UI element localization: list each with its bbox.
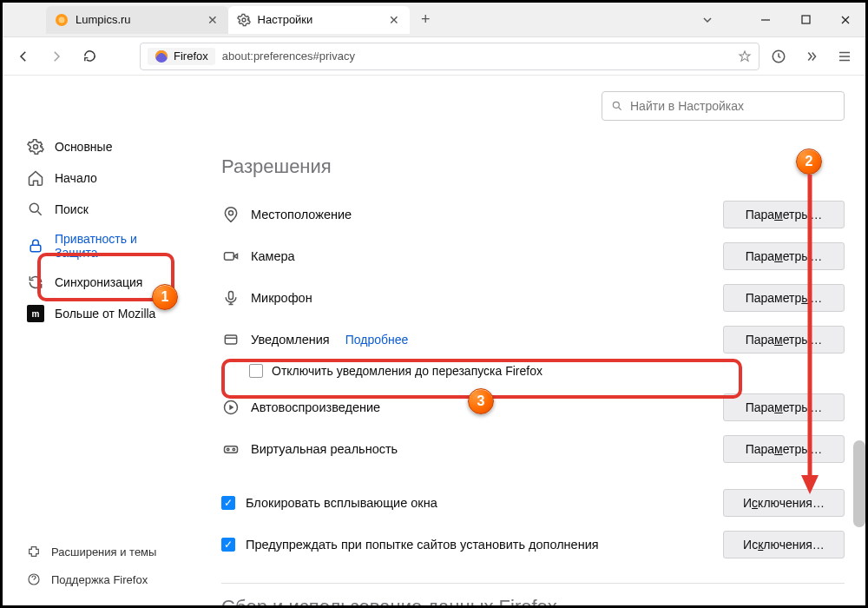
svg-rect-24 bbox=[225, 335, 236, 344]
sync-icon bbox=[27, 274, 44, 291]
permissions-heading: Разрешения bbox=[221, 155, 845, 178]
lock-icon bbox=[27, 237, 44, 254]
sidebar-item-sync[interactable]: Синхронизация bbox=[3, 267, 204, 298]
params-button-notifications[interactable]: Параметры… bbox=[723, 326, 845, 354]
sidebar-bottom-label: Поддержка Firefox bbox=[51, 573, 148, 586]
tab-strip: Lumpics.ru ✕ Настройки ✕ + bbox=[3, 3, 437, 36]
sidebar-item-label: Начало bbox=[55, 171, 97, 185]
notifications-more-link[interactable]: Подробнее bbox=[345, 333, 409, 347]
sidebar-item-label: Больше от Mozilla bbox=[55, 307, 155, 321]
microphone-icon bbox=[221, 288, 240, 307]
sidebar-item-label: Поиск bbox=[55, 202, 89, 216]
perm-microphone: Микрофон Параметры… bbox=[221, 277, 845, 319]
new-tab-button[interactable]: + bbox=[413, 8, 437, 32]
popups-checkbox[interactable] bbox=[221, 496, 235, 510]
notifications-disable-row: Отключить уведомления до перезапуска Fir… bbox=[221, 360, 845, 387]
perm-location: Местоположение Параметры… bbox=[221, 194, 845, 235]
identity-box[interactable]: Firefox bbox=[148, 48, 215, 65]
close-icon[interactable]: ✕ bbox=[206, 13, 220, 27]
notifications-disable-label: Отключить уведомления до перезапуска Fir… bbox=[272, 364, 542, 378]
location-icon bbox=[221, 205, 240, 224]
bookmark-star-icon[interactable] bbox=[738, 50, 752, 63]
perm-label: Предупреждать при попытке сайтов установ… bbox=[246, 538, 599, 552]
camera-icon bbox=[221, 247, 240, 266]
section-divider bbox=[221, 583, 845, 584]
perm-camera: Камера Параметры… bbox=[221, 235, 845, 277]
collection-heading: Сбор и использование данных Firefox bbox=[221, 596, 845, 605]
appmenu-button[interactable] bbox=[831, 43, 858, 70]
perm-autoplay: Автовоспроизведение Параметры… bbox=[221, 387, 845, 428]
sidebar-item-privacy[interactable]: Приватность и Защита bbox=[3, 225, 204, 267]
sidebar-bottom-label: Расширения и темы bbox=[51, 545, 156, 558]
sidebar-item-search[interactable]: Поиск bbox=[3, 194, 204, 225]
prefs-main: Найти в Настройках Разрешения Местополож… bbox=[204, 76, 865, 605]
params-button-camera[interactable]: Параметры… bbox=[723, 242, 845, 270]
svg-point-1 bbox=[59, 17, 65, 23]
close-window-button[interactable] bbox=[825, 3, 865, 37]
svg-point-28 bbox=[227, 448, 229, 451]
tabs-dropdown-icon[interactable] bbox=[695, 8, 720, 32]
preferences-content: Основные Начало Поиск Приватность и Защи… bbox=[3, 76, 865, 605]
params-button-vr[interactable]: Параметры… bbox=[723, 435, 845, 463]
maximize-button[interactable] bbox=[786, 3, 825, 37]
params-button-microphone[interactable]: Параметры… bbox=[723, 284, 845, 312]
autoplay-icon bbox=[221, 398, 240, 417]
tab-lumpics[interactable]: Lumpics.ru ✕ bbox=[46, 6, 228, 34]
history-button[interactable] bbox=[765, 43, 792, 70]
params-button-location[interactable]: Параметры… bbox=[723, 201, 845, 228]
search-icon bbox=[611, 100, 623, 112]
sidebar-item-general[interactable]: Основные bbox=[3, 131, 204, 162]
perm-label: Автовоспроизведение bbox=[251, 400, 380, 414]
scrollbar-thumb[interactable] bbox=[853, 440, 865, 527]
exceptions-button-addons[interactable]: Исключения… bbox=[723, 531, 845, 558]
close-icon[interactable]: ✕ bbox=[387, 13, 401, 27]
svg-rect-22 bbox=[225, 253, 234, 260]
reload-button[interactable] bbox=[76, 43, 103, 70]
perm-label: Уведомления bbox=[251, 333, 330, 347]
perm-label: Блокировать всплывающие окна bbox=[246, 496, 437, 510]
svg-line-20 bbox=[619, 108, 621, 110]
sidebar-item-home[interactable]: Начало bbox=[3, 162, 204, 194]
sidebar-item-mozilla[interactable]: m Больше от Mozilla bbox=[3, 298, 204, 329]
svg-text:m: m bbox=[32, 309, 40, 319]
notification-icon bbox=[221, 330, 240, 349]
identity-label: Firefox bbox=[174, 50, 208, 63]
mozilla-icon: m bbox=[27, 305, 44, 322]
svg-line-14 bbox=[38, 212, 42, 215]
addons-warn-checkbox[interactable] bbox=[221, 538, 235, 552]
sidebar-support[interactable]: Поддержка Firefox bbox=[3, 565, 204, 593]
tab-label: Настройки bbox=[258, 13, 313, 26]
url-bar[interactable]: Firefox about:preferences#privacy bbox=[140, 43, 760, 70]
search-icon bbox=[27, 201, 44, 218]
perm-label: Камера bbox=[251, 249, 295, 263]
back-button[interactable] bbox=[10, 43, 37, 70]
svg-point-13 bbox=[30, 203, 38, 212]
forward-button[interactable] bbox=[43, 43, 70, 70]
svg-point-2 bbox=[242, 18, 246, 22]
params-button-autoplay[interactable]: Параметры… bbox=[723, 393, 845, 421]
svg-rect-4 bbox=[802, 16, 810, 23]
notifications-disable-checkbox[interactable] bbox=[249, 364, 263, 378]
sidebar-extensions[interactable]: Расширения и темы bbox=[3, 538, 204, 565]
svg-point-29 bbox=[233, 448, 235, 451]
search-placeholder: Найти в Настройках bbox=[630, 99, 744, 113]
minimize-button[interactable] bbox=[746, 3, 786, 37]
perm-notifications: Уведомления Подробнее Параметры… bbox=[221, 319, 845, 360]
nav-toolbar: Firefox about:preferences#privacy bbox=[3, 37, 865, 76]
settings-search-input[interactable]: Найти в Настройках bbox=[602, 91, 845, 121]
firefox-icon bbox=[155, 50, 168, 63]
perm-label: Виртуальная реальность bbox=[251, 442, 398, 456]
puzzle-icon bbox=[27, 545, 41, 558]
sidebar-item-label: Приватность и Защита bbox=[55, 232, 159, 260]
perm-vr: Виртуальная реальность Параметры… bbox=[221, 428, 845, 470]
tab-label: Lumpics.ru bbox=[76, 13, 131, 26]
lumpics-favicon bbox=[55, 13, 69, 27]
sidebar-item-label: Основные bbox=[55, 140, 112, 154]
home-icon bbox=[27, 169, 44, 187]
browser-window: Lumpics.ru ✕ Настройки ✕ + bbox=[0, 0, 868, 608]
tab-settings[interactable]: Настройки ✕ bbox=[228, 6, 411, 34]
exceptions-button-popups[interactable]: Исключения… bbox=[723, 489, 845, 517]
url-text: about:preferences#privacy bbox=[222, 50, 355, 63]
overflow-button[interactable] bbox=[798, 43, 825, 70]
svg-point-12 bbox=[34, 145, 38, 149]
